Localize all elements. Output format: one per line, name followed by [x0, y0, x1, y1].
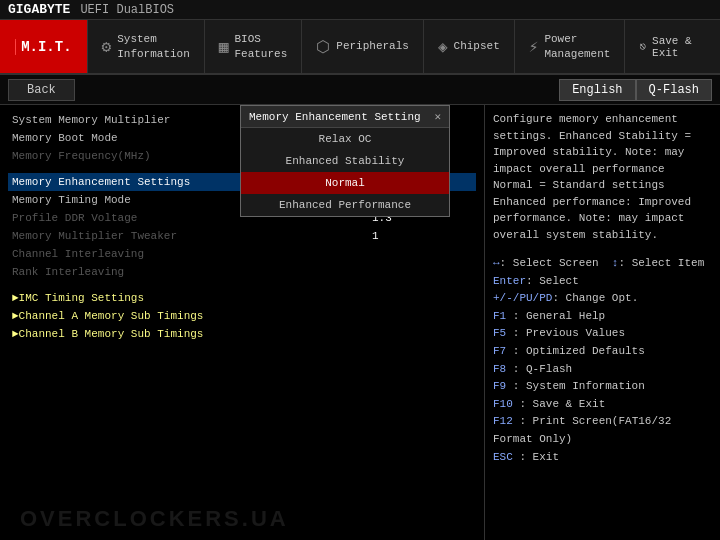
mem-frequency-label: Memory Frequency(MHz): [12, 150, 272, 162]
modal-title-text: Memory Enhancement Setting: [249, 111, 421, 123]
modal-memory-enhancement: Memory Enhancement Setting ✕ Relax OC En…: [240, 105, 450, 217]
modal-option-relax-oc[interactable]: Relax OC: [241, 128, 449, 150]
key-f7: F7 : Optimized Defaults: [493, 343, 712, 361]
imc-timing-label: IMC Timing Settings: [19, 292, 144, 304]
nav-chipset[interactable]: ◈ Chipset: [423, 20, 514, 73]
key-change-opt: +/-/PU/PD: Change Opt.: [493, 290, 712, 308]
top-bar: GIGABYTE UEFI DualBIOS: [0, 0, 720, 20]
chipset-label: Chipset: [454, 39, 500, 53]
system-info-icon: ⚙: [102, 37, 112, 57]
watermark: OVERCLOCKERS.UA: [20, 506, 289, 532]
key-f12: F12 : Print Screen(FAT16/32 Format Only): [493, 413, 712, 448]
section-imc-timing[interactable]: IMC Timing Settings: [8, 289, 476, 307]
modal-option-enhanced-performance[interactable]: Enhanced Performance: [241, 194, 449, 216]
nav-bar: M.I.T. ⚙ System Information ▦ BIOS Featu…: [0, 20, 720, 75]
nav-peripherals[interactable]: ⬡ Peripherals: [301, 20, 423, 73]
key-f8: F8 : Q-Flash: [493, 361, 712, 379]
mit-label: M.I.T.: [21, 39, 71, 55]
power-label: Power Management: [544, 32, 610, 61]
help-description: Configure memory enhancement settings. E…: [493, 111, 712, 243]
mem-mult-tweaker-val: 1: [372, 230, 472, 242]
rank-interleaving-label: Rank Interleaving: [12, 266, 372, 278]
channel-interleaving-label: Channel Interleaving: [12, 248, 372, 260]
product-label: UEFI DualBIOS: [80, 3, 174, 17]
setting-channel-interleaving: Channel Interleaving: [8, 245, 476, 263]
brand-label: GIGABYTE: [8, 2, 70, 17]
peripherals-label: Peripherals: [336, 39, 409, 53]
sub-nav: Back English Q-Flash: [0, 75, 720, 105]
key-enter: Enter: Select: [493, 273, 712, 291]
section-channel-b[interactable]: Channel B Memory Sub Timings: [8, 325, 476, 343]
mit-button[interactable]: M.I.T.: [0, 20, 87, 73]
language-button[interactable]: English: [559, 79, 635, 101]
chipset-icon: ◈: [438, 37, 448, 57]
key-f1: F1 : General Help: [493, 308, 712, 326]
back-button[interactable]: Back: [8, 79, 75, 101]
channel-a-label: Channel A Memory Sub Timings: [19, 310, 204, 322]
power-icon: ⚡: [529, 37, 539, 57]
key-help-section: ↔: Select Screen ↕: Select Item Enter: S…: [493, 255, 712, 466]
qflash-button[interactable]: Q-Flash: [636, 79, 712, 101]
system-info-label: System Information: [117, 32, 190, 61]
key-f10: F10 : Save & Exit: [493, 396, 712, 414]
key-f9: F9 : System Information: [493, 378, 712, 396]
key-esc: ESC : Exit: [493, 449, 712, 467]
mem-mult-tweaker-label: Memory Multiplier Tweaker: [12, 230, 372, 242]
setting-mem-multiplier-tweaker: Memory Multiplier Tweaker 1: [8, 227, 476, 245]
help-panel: Configure memory enhancement settings. E…: [485, 105, 720, 540]
mem-boot-mode-label: Memory Boot Mode: [12, 132, 272, 144]
modal-option-normal[interactable]: Normal: [241, 172, 449, 194]
section-channel-a[interactable]: Channel A Memory Sub Timings: [8, 307, 476, 325]
nav-power-management[interactable]: ⚡ Power Management: [514, 20, 625, 73]
sys-mem-multiplier-label: System Memory Multiplier: [12, 114, 272, 126]
save-exit-icon: ⎋: [639, 40, 646, 53]
bios-features-icon: ▦: [219, 37, 229, 57]
nav-system-information[interactable]: ⚙ System Information: [87, 20, 204, 73]
nav-bios-features[interactable]: ▦ BIOS Features: [204, 20, 301, 73]
bios-features-label: BIOS Features: [234, 32, 287, 61]
setting-rank-interleaving: Rank Interleaving: [8, 263, 476, 281]
save-exit-label: Save & Exit: [652, 35, 706, 59]
modal-option-enhanced-stability[interactable]: Enhanced Stability: [241, 150, 449, 172]
peripherals-icon: ⬡: [316, 37, 330, 57]
modal-title-bar: Memory Enhancement Setting ✕: [241, 106, 449, 128]
save-exit-button[interactable]: ⎋ Save & Exit: [624, 20, 720, 73]
key-f5: F5 : Previous Values: [493, 325, 712, 343]
key-select-screen: ↔: Select Screen ↕: Select Item: [493, 255, 712, 273]
modal-close-button[interactable]: ✕: [434, 110, 441, 123]
channel-b-label: Channel B Memory Sub Timings: [19, 328, 204, 340]
